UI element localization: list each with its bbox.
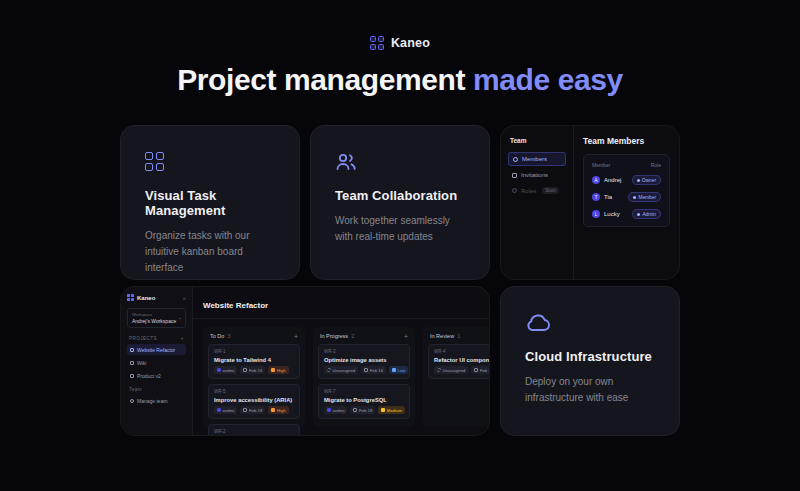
task-card[interactable]: WR-1 Migrate to Tailwind 4 andrej Feb 16… (208, 344, 300, 379)
project-name: Product v2 (137, 373, 161, 379)
app-sidebar: Kaneo « Workspace Andrej's Workspace ⌄ P… (121, 287, 193, 435)
sidebar-item-product-v2[interactable]: Product v2 (127, 370, 186, 381)
due-date-chip: Feb 18 (240, 406, 265, 414)
task-id: WR-7 (324, 389, 404, 394)
team-members-table: Member Role A Andrej Owner T Tia Member (583, 154, 670, 227)
users-icon (513, 157, 518, 162)
landing-page: Kaneo Project management made easy Visua… (0, 0, 800, 491)
column-name: In Review (430, 333, 454, 339)
team-sidebar-title: Team (510, 137, 566, 144)
team-nav-invitations[interactable]: Invitations (508, 169, 566, 181)
avatar: L (592, 210, 600, 218)
nav-label: Roles (521, 188, 536, 194)
task-id: WR-1 (214, 349, 294, 354)
card-team-collaboration: Team Collaboration Work together seamles… (310, 125, 490, 280)
column-in-progress: In Progress 2 + WR-3 Optimize image asse… (313, 327, 415, 427)
kaneo-logo-icon (370, 36, 384, 50)
sidebar-item-website-refactor[interactable]: Website Refactor (127, 344, 186, 355)
feature-description: Work together seamlessly with real-time … (335, 213, 465, 245)
task-id: WR-5 (214, 389, 294, 394)
flag-icon (271, 408, 275, 412)
sidebar-item-label: Manage team (137, 398, 168, 404)
task-title: Improve accessibility (ARIA) (214, 397, 294, 403)
feature-description: Deploy on your own infrastructure with e… (525, 374, 655, 406)
team-panel-preview: Team Members Invitations Roles Soon Team… (500, 125, 680, 280)
avatar-icon (217, 408, 221, 412)
table-row: A Andrej Owner (592, 175, 661, 185)
assignee-chip: Unassigned (434, 366, 468, 374)
grid-icon (145, 152, 275, 172)
due-date-chip: Feb 16 (240, 366, 265, 374)
mail-icon (512, 173, 517, 178)
unassigned-icon (437, 368, 441, 372)
assignee-chip: Unassigned (324, 366, 358, 374)
add-task-button[interactable]: + (294, 334, 298, 339)
col-member: Member (592, 162, 610, 168)
sidebar-item-manage-team[interactable]: Manage team (127, 395, 186, 406)
project-icon (130, 361, 134, 365)
calendar-icon (474, 368, 478, 372)
task-title: Optimize image assets (324, 357, 404, 363)
sidebar-item-wiki[interactable]: Wiki (127, 357, 186, 368)
due-date-chip: Feb 16 (361, 366, 386, 374)
task-card[interactable]: WR-2 Implement authentication flow Unass… (208, 424, 300, 435)
member-name: Andrej (604, 177, 632, 183)
collapse-sidebar-icon[interactable]: « (183, 295, 186, 301)
task-card[interactable]: WR-5 Improve accessibility (ARIA) andrej… (208, 384, 300, 419)
role-badge: Admin (632, 209, 661, 219)
shield-icon (512, 188, 517, 193)
sidebar-brand-name: Kaneo (137, 295, 180, 301)
feature-title: Team Collaboration (335, 188, 465, 203)
calendar-icon (243, 368, 247, 372)
assignee-chip: andrej (214, 406, 237, 414)
page-title: Project management made easy (0, 63, 800, 97)
team-nav-members[interactable]: Members (508, 152, 566, 166)
task-title: Refactor UI components (434, 357, 489, 363)
task-id: WR-4 (434, 349, 489, 354)
task-id: WR-2 (214, 429, 294, 434)
projects-section-label: PROJECTS (129, 336, 157, 341)
project-name: Website Refactor (137, 347, 175, 353)
role-badge: Owner (632, 175, 661, 185)
team-members-heading: Team Members (583, 136, 670, 146)
nav-label: Invitations (521, 172, 548, 178)
project-icon (130, 374, 134, 378)
flag-icon (271, 368, 275, 372)
team-members-panel: Team Members Member Role A Andrej Owner … (573, 126, 679, 279)
due-date-chip: Feb 16 (471, 366, 489, 374)
role-badge: Member (628, 192, 661, 202)
title-main: Project management (177, 63, 465, 96)
column-count: 1 (457, 333, 489, 339)
users-icon (130, 399, 134, 403)
task-card[interactable]: WR-3 Optimize image assets Unassigned Fe… (318, 344, 410, 379)
card-visual-task-management: Visual Task Management Organize tasks wi… (120, 125, 300, 280)
chevron-down-icon: ⌄ (178, 314, 182, 320)
feature-title: Cloud Infrastructure (525, 349, 655, 364)
assignee-chip: andrej (324, 406, 347, 414)
title-accent: made easy (473, 63, 623, 96)
workspace-selector[interactable]: Workspace Andrej's Workspace ⌄ (127, 308, 186, 328)
task-card[interactable]: WR-4 Refactor UI components Unassigned F… (428, 344, 489, 379)
kaneo-logo-icon (127, 294, 134, 301)
task-card[interactable]: WR-7 Migrate to PostgreSQL andrej Feb 18… (318, 384, 410, 419)
priority-badge: High (268, 366, 288, 374)
team-sidebar: Team Members Invitations Roles Soon (501, 126, 573, 279)
board-main: Website Refactor To Do 3 + WR-1 Migrate … (193, 287, 489, 435)
task-title: Migrate to Tailwind 4 (214, 357, 294, 363)
member-name: Tia (604, 194, 628, 200)
team-section-label: Team (129, 387, 142, 392)
cloud-icon (525, 313, 655, 333)
avatar: T (592, 193, 600, 201)
kanban-columns: To Do 3 + WR-1 Migrate to Tailwind 4 and… (193, 319, 489, 435)
task-title: Migrate to PostgreSQL (324, 397, 404, 403)
add-task-button[interactable]: + (404, 334, 408, 339)
flag-icon (381, 408, 385, 412)
due-date-chip: Feb 18 (350, 406, 375, 414)
workspace-label: Workspace (132, 312, 181, 317)
column-name: To Do (210, 333, 224, 339)
add-project-button[interactable]: + (181, 336, 184, 341)
brand[interactable]: Kaneo (0, 36, 800, 50)
priority-badge: High (268, 406, 288, 414)
column-name: In Progress (320, 333, 348, 339)
user-icon (633, 196, 636, 199)
